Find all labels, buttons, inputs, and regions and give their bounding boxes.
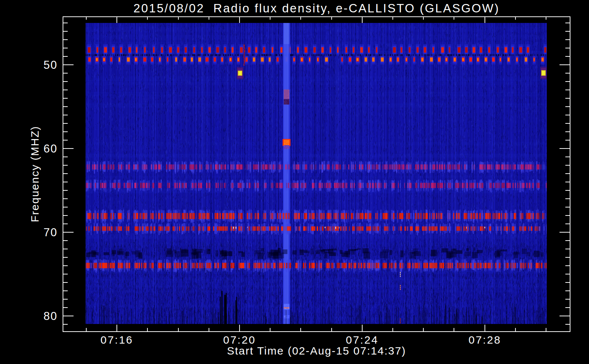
y-axis-tick bbox=[63, 290, 68, 291]
y-axis-tick bbox=[63, 265, 68, 266]
y-axis-tick bbox=[63, 31, 68, 32]
y-axis-tick-right bbox=[565, 98, 570, 99]
x-axis-tick bbox=[392, 328, 393, 331]
plot-title: 2015/08/02 Radio flux density, e-CALLIST… bbox=[63, 1, 570, 15]
y-axis-tick bbox=[63, 215, 68, 216]
x-axis-tick bbox=[515, 328, 516, 331]
x-tick-label: 07:24 bbox=[329, 334, 395, 346]
y-axis-tick-right bbox=[565, 207, 570, 207]
y-axis-tick bbox=[63, 232, 74, 233]
y-axis-tick bbox=[63, 299, 68, 300]
y-axis-tick-right bbox=[565, 39, 570, 40]
y-axis-tick bbox=[63, 324, 68, 325]
y-axis-tick-right bbox=[565, 223, 570, 224]
x-axis-tick bbox=[300, 328, 301, 331]
y-axis-tick bbox=[63, 81, 68, 82]
y-axis-tick bbox=[63, 282, 68, 283]
y-tick-label: 50 bbox=[24, 59, 58, 72]
y-axis-tick bbox=[63, 257, 68, 258]
x-axis-tick-top bbox=[209, 16, 209, 20]
x-axis-title: Start Time (02-Aug-15 07:14:37) bbox=[63, 345, 570, 357]
y-axis-tick-right bbox=[565, 90, 570, 90]
y-axis-tick bbox=[63, 73, 68, 74]
y-axis-tick bbox=[63, 90, 68, 90]
y-axis-tick-right bbox=[560, 316, 570, 316]
x-axis-tick-top bbox=[239, 16, 240, 23]
y-axis-tick bbox=[63, 39, 68, 40]
y-tick-label: 80 bbox=[24, 310, 58, 323]
y-axis-tick-right bbox=[565, 257, 570, 258]
y-axis-tick-right bbox=[560, 64, 570, 65]
y-axis-tick bbox=[63, 190, 68, 191]
y-axis-tick-right bbox=[565, 240, 570, 241]
x-axis-tick-top bbox=[86, 16, 87, 20]
y-axis-tick bbox=[63, 64, 74, 65]
y-axis-tick bbox=[63, 165, 68, 166]
y-axis-tick bbox=[63, 274, 68, 274]
x-axis-tick-top bbox=[485, 16, 485, 23]
y-axis-tick-right bbox=[565, 106, 570, 107]
x-axis-tick bbox=[116, 325, 117, 331]
y-axis-tick-right bbox=[565, 115, 570, 115]
x-axis-tick bbox=[86, 328, 87, 331]
x-axis-tick-top bbox=[300, 16, 301, 20]
y-axis-tick bbox=[63, 173, 68, 174]
y-axis-tick bbox=[63, 123, 68, 124]
y-axis-tick-right bbox=[565, 324, 570, 325]
y-axis-tick-right bbox=[565, 140, 570, 141]
y-axis-tick-right bbox=[565, 307, 570, 308]
x-tick-label: 07:28 bbox=[452, 334, 518, 346]
y-axis-tick-right bbox=[565, 23, 570, 23]
y-axis-tick-right bbox=[565, 282, 570, 283]
y-tick-label: 70 bbox=[24, 226, 58, 239]
y-axis-tick-right bbox=[560, 148, 570, 149]
y-axis-tick-right bbox=[565, 56, 570, 57]
y-axis-tick bbox=[63, 23, 68, 23]
y-axis-tick-right bbox=[565, 182, 570, 182]
x-tick-label: 07:16 bbox=[84, 334, 150, 346]
x-axis-tick-top bbox=[362, 16, 363, 23]
x-axis-tick-top bbox=[392, 16, 393, 20]
y-axis-tick-right bbox=[565, 131, 570, 132]
y-axis-tick bbox=[63, 307, 68, 308]
x-axis-tick bbox=[147, 328, 148, 331]
x-axis-tick bbox=[239, 325, 240, 331]
y-axis-tick-right bbox=[565, 290, 570, 291]
y-tick-label: 60 bbox=[24, 142, 58, 155]
x-axis-tick-top bbox=[454, 16, 454, 20]
y-axis-tick-right bbox=[565, 299, 570, 300]
y-axis-tick bbox=[63, 56, 68, 57]
y-axis-tick-right bbox=[565, 81, 570, 82]
x-axis-tick-top bbox=[147, 16, 148, 20]
y-axis-tick-right bbox=[565, 249, 570, 249]
y-axis-tick bbox=[63, 48, 68, 48]
x-axis-tick-top bbox=[331, 16, 332, 20]
y-axis-tick-right bbox=[560, 232, 570, 233]
y-axis-tick bbox=[63, 240, 68, 241]
y-axis-title: Frequency (MHZ) bbox=[29, 126, 41, 222]
x-axis-tick-top bbox=[423, 16, 424, 20]
x-tick-label: 07:20 bbox=[207, 334, 272, 346]
x-axis-tick bbox=[178, 328, 179, 331]
x-axis-tick-top bbox=[116, 16, 117, 23]
x-axis-tick bbox=[270, 328, 270, 331]
y-axis-tick bbox=[63, 249, 68, 249]
y-axis-tick-right bbox=[565, 157, 570, 157]
y-axis-tick-right bbox=[565, 198, 570, 199]
y-axis-tick bbox=[63, 157, 68, 157]
x-axis-tick-top bbox=[515, 16, 516, 20]
y-axis-tick-right bbox=[565, 215, 570, 216]
y-axis-tick bbox=[63, 182, 68, 182]
x-axis-tick bbox=[546, 328, 546, 331]
x-axis-tick bbox=[423, 328, 424, 331]
y-axis-tick-right bbox=[565, 274, 570, 274]
x-axis-tick-top bbox=[546, 16, 546, 20]
y-axis-tick-right bbox=[565, 48, 570, 48]
y-axis-tick bbox=[63, 316, 74, 316]
x-axis-tick-top bbox=[270, 16, 270, 20]
y-axis-tick bbox=[63, 98, 68, 99]
y-axis-tick bbox=[63, 207, 68, 207]
y-axis-tick bbox=[63, 140, 68, 141]
y-axis-tick bbox=[63, 115, 68, 115]
x-axis-tick bbox=[485, 325, 485, 331]
